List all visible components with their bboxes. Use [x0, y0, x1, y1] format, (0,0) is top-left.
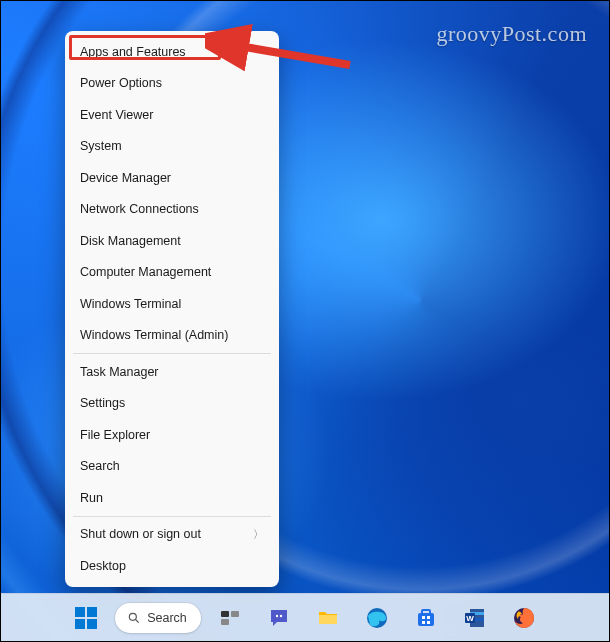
menu-separator — [73, 353, 271, 354]
menu-file-explorer[interactable]: File Explorer — [70, 419, 274, 451]
svg-point-6 — [276, 614, 278, 616]
svg-rect-4 — [231, 611, 239, 617]
svg-rect-12 — [422, 616, 425, 619]
menu-apps-features[interactable]: Apps and Features — [70, 36, 274, 68]
winx-context-menu: Apps and Features Power Options Event Vi… — [65, 31, 279, 587]
svg-rect-11 — [422, 610, 430, 614]
menu-windows-terminal[interactable]: Windows Terminal — [70, 288, 274, 320]
menu-shutdown-signout[interactable]: Shut down or sign out 〉 — [70, 519, 274, 551]
word-icon: W — [463, 606, 487, 630]
menu-computer-management[interactable]: Computer Management — [70, 257, 274, 289]
desktop-wallpaper: groovyPost.com Apps and Features Power O… — [0, 0, 610, 642]
menu-label: Computer Management — [80, 265, 211, 279]
svg-text:W: W — [466, 614, 474, 623]
search-icon — [127, 611, 141, 625]
svg-rect-5 — [221, 619, 229, 625]
folder-icon — [316, 606, 340, 630]
task-view-button[interactable] — [210, 598, 250, 638]
svg-rect-14 — [422, 621, 425, 624]
menu-search[interactable]: Search — [70, 451, 274, 483]
menu-network-connections[interactable]: Network Connections — [70, 194, 274, 226]
menu-label: Task Manager — [80, 365, 159, 379]
menu-separator — [73, 516, 271, 517]
file-explorer-button[interactable] — [308, 598, 348, 638]
menu-label: System — [80, 139, 122, 153]
menu-label: Settings — [80, 396, 125, 410]
svg-rect-8 — [319, 615, 337, 624]
svg-point-7 — [280, 614, 282, 616]
svg-rect-15 — [427, 621, 430, 624]
menu-label: Network Connections — [80, 202, 199, 216]
store-icon — [414, 606, 438, 630]
menu-label: Event Viewer — [80, 108, 153, 122]
chat-button[interactable] — [259, 598, 299, 638]
task-view-icon — [218, 606, 242, 630]
menu-label: Power Options — [80, 76, 162, 90]
menu-device-manager[interactable]: Device Manager — [70, 162, 274, 194]
svg-rect-3 — [221, 611, 229, 617]
firefox-icon — [512, 606, 536, 630]
menu-label: Shut down or sign out — [80, 527, 201, 541]
menu-windows-terminal-admin[interactable]: Windows Terminal (Admin) — [70, 320, 274, 352]
taskbar: Search W — [1, 593, 609, 641]
menu-desktop[interactable]: Desktop — [70, 550, 274, 582]
svg-rect-13 — [427, 616, 430, 619]
search-label: Search — [147, 611, 187, 625]
firefox-button[interactable] — [504, 598, 544, 638]
menu-label: Device Manager — [80, 171, 171, 185]
menu-label: Disk Management — [80, 234, 181, 248]
svg-point-1 — [130, 613, 137, 620]
menu-label: Search — [80, 459, 120, 473]
chevron-right-icon: 〉 — [253, 527, 264, 542]
menu-task-manager[interactable]: Task Manager — [70, 356, 274, 388]
menu-label: Windows Terminal (Admin) — [80, 328, 228, 342]
menu-event-viewer[interactable]: Event Viewer — [70, 99, 274, 131]
menu-label: Windows Terminal — [80, 297, 181, 311]
store-button[interactable] — [406, 598, 446, 638]
menu-system[interactable]: System — [70, 131, 274, 163]
menu-settings[interactable]: Settings — [70, 388, 274, 420]
edge-icon — [365, 606, 389, 630]
menu-label: Apps and Features — [80, 45, 186, 59]
menu-power-options[interactable]: Power Options — [70, 68, 274, 100]
menu-run[interactable]: Run — [70, 482, 274, 514]
chat-icon — [267, 606, 291, 630]
word-button[interactable]: W — [455, 598, 495, 638]
windows-logo-icon — [75, 607, 97, 629]
edge-button[interactable] — [357, 598, 397, 638]
start-button[interactable] — [66, 598, 106, 638]
menu-label: File Explorer — [80, 428, 150, 442]
menu-label: Desktop — [80, 559, 126, 573]
menu-disk-management[interactable]: Disk Management — [70, 225, 274, 257]
taskbar-search[interactable]: Search — [115, 603, 201, 633]
menu-label: Run — [80, 491, 103, 505]
svg-line-2 — [136, 619, 139, 622]
watermark-text: groovyPost.com — [436, 21, 587, 47]
